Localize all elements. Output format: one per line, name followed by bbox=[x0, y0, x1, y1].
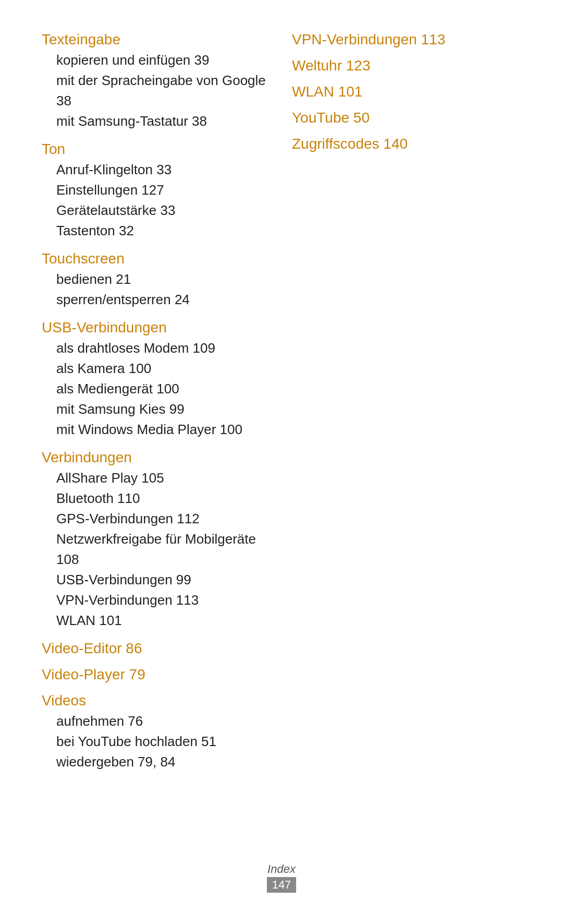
index-subentry: Einstellungen 127 bbox=[42, 180, 271, 200]
index-subentry: als Mediengerät 100 bbox=[42, 379, 271, 399]
index-heading: Zugriffscodes 140 bbox=[292, 136, 521, 152]
index-entry: Texteingabekopieren und einfügen 39mit d… bbox=[42, 31, 271, 131]
index-heading: Verbindungen bbox=[42, 449, 271, 466]
index-subentry: als drahtloses Modem 109 bbox=[42, 338, 271, 358]
index-subentry: mit Windows Media Player 100 bbox=[42, 419, 271, 440]
index-subentry: wiedergeben 79, 84 bbox=[42, 752, 271, 772]
index-entry: USB-Verbindungenals drahtloses Modem 109… bbox=[42, 319, 271, 440]
index-heading: Touchscreen bbox=[42, 250, 271, 267]
index-entry: Touchscreenbedienen 21sperren/entsperren… bbox=[42, 250, 271, 310]
index-subentry: kopieren und einfügen 39 bbox=[42, 50, 271, 70]
index-entry: Video-Editor 86 bbox=[42, 640, 271, 657]
index-heading: Video-Editor 86 bbox=[42, 640, 271, 657]
index-entry: Video-Player 79 bbox=[42, 666, 271, 683]
index-entry: Videosaufnehmen 76bei YouTube hochladen … bbox=[42, 692, 271, 772]
index-subentry: GPS-Verbindungen 112 bbox=[42, 509, 271, 529]
index-entry: Zugriffscodes 140 bbox=[292, 136, 521, 152]
index-heading: Ton bbox=[42, 141, 271, 158]
index-heading: WLAN 101 bbox=[292, 83, 521, 100]
index-heading: VPN-Verbindungen 113 bbox=[292, 31, 521, 48]
index-subentry: mit Samsung Kies 99 bbox=[42, 399, 271, 419]
index-subentry: Bluetooth 110 bbox=[42, 488, 271, 509]
index-entry: WLAN 101 bbox=[292, 83, 521, 100]
index-heading: Texteingabe bbox=[42, 31, 271, 48]
index-subentry: VPN-Verbindungen 113 bbox=[42, 590, 271, 610]
index-entry: VerbindungenAllShare Play 105Bluetooth 1… bbox=[42, 449, 271, 631]
index-subentry: WLAN 101 bbox=[42, 610, 271, 631]
footer-page-number: 147 bbox=[267, 877, 297, 893]
index-subentry: mit Samsung-Tastatur 38 bbox=[42, 111, 271, 131]
footer-label: Index bbox=[267, 862, 296, 876]
index-subentry: Tastenton 32 bbox=[42, 221, 271, 241]
index-entry: VPN-Verbindungen 113 bbox=[292, 31, 521, 48]
index-subentry: Gerätelautstärke 33 bbox=[42, 200, 271, 221]
index-subentry: als Kamera 100 bbox=[42, 358, 271, 379]
index-subentry: bedienen 21 bbox=[42, 269, 271, 290]
index-subentry: Anruf-Klingelton 33 bbox=[42, 160, 271, 180]
index-heading: Video-Player 79 bbox=[42, 666, 271, 683]
index-subentry: Netzwerkfreigabe für Mobilgeräte 108 bbox=[42, 529, 271, 570]
index-heading: YouTube 50 bbox=[292, 110, 521, 126]
index-entry: TonAnruf-Klingelton 33Einstellungen 127G… bbox=[42, 141, 271, 241]
index-subentry: aufnehmen 76 bbox=[42, 711, 271, 731]
index-subentry: mit der Spracheingabe von Google 38 bbox=[42, 70, 271, 111]
index-heading: USB-Verbindungen bbox=[42, 319, 271, 336]
index-entry: Weltuhr 123 bbox=[292, 57, 521, 74]
index-heading: Weltuhr 123 bbox=[292, 57, 521, 74]
right-column: VPN-Verbindungen 113Weltuhr 123WLAN 101Y… bbox=[292, 31, 521, 782]
left-column: Texteingabekopieren und einfügen 39mit d… bbox=[42, 31, 271, 782]
index-subentry: AllShare Play 105 bbox=[42, 468, 271, 488]
index-heading: Videos bbox=[42, 692, 271, 709]
index-content: Texteingabekopieren und einfügen 39mit d… bbox=[42, 31, 521, 782]
index-subentry: sperren/entsperren 24 bbox=[42, 290, 271, 310]
index-subentry: bei YouTube hochladen 51 bbox=[42, 731, 271, 752]
page-footer: Index 147 bbox=[0, 862, 563, 893]
index-subentry: USB-Verbindungen 99 bbox=[42, 570, 271, 590]
index-entry: YouTube 50 bbox=[292, 110, 521, 126]
